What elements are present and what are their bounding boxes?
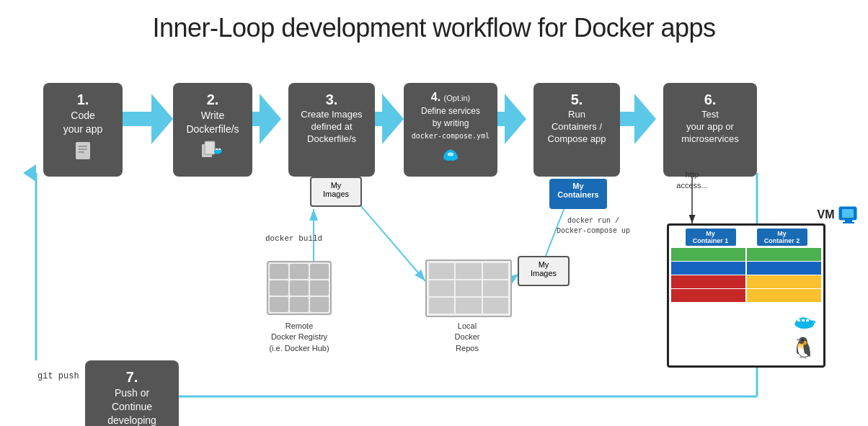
http-access-label: http access... [670,169,714,192]
page-title: Inner-Loop development workflow for Dock… [0,0,868,50]
svg-rect-30 [797,319,800,321]
step6-label: Testyour app ormicroservices [681,109,738,144]
step7-label: Push or Continue developing [107,387,156,426]
step7-box: 7. Push or Continue developing [85,360,179,426]
docker-icon-vm [793,313,816,335]
linux-icon: 🐧 [791,336,816,360]
step2-box: 2. WriteDockerfile/s [173,83,252,177]
http-access-text: http access... [676,170,707,190]
step2-label: WriteDockerfile/s [186,110,239,135]
local-repos-visual [425,259,512,317]
docker-build-label: docker build [265,234,322,243]
step1-box: 1. Codeyour app [43,83,123,177]
step5-box: 5. RunContainers /Compose app [533,83,620,177]
diagram-area: 1. Codeyour app 2. WriteDockerfile/s [0,50,868,418]
step7-number: 7. [91,368,173,386]
svg-rect-31 [802,319,805,321]
svg-rect-27 [842,209,854,218]
step1-label: Codeyour app [63,110,102,135]
step5-label: RunContainers /Compose app [548,109,606,144]
step4-label: Define servicesby writingdocker-compose.… [412,106,490,141]
container-row-2 [670,262,822,275]
step6-number: 6. [669,90,751,109]
svg-rect-23 [216,148,218,150]
svg-line-6 [360,205,425,281]
step4-number: 4. (Opt.in) [409,90,492,105]
step1-icon [49,141,117,165]
step3-number: 3. [294,90,369,109]
step2-number: 2. [179,90,247,109]
step5-number: 5. [539,90,614,109]
page-wrapper: Inner-Loop development workflow for Dock… [0,0,868,418]
local-repos-label: Local Docker Repos [424,321,510,354]
remote-registry-label: Remote Docker Registry (i.e. Docker Hub) [245,321,353,354]
svg-marker-0 [121,94,173,144]
step2-icon [179,141,247,164]
step1-number: 1. [49,90,117,109]
svg-rect-32 [806,319,809,321]
svg-rect-22 [205,141,215,154]
container-row-3 [670,275,822,288]
svg-rect-24 [218,148,221,150]
step6-box: 6. Testyour app ormicroservices [663,83,757,177]
docker-run-text: docker run / Docker-compose up [557,217,630,235]
my-containers-box: My Containers [549,179,607,209]
my-images-top-label: My Images [317,181,355,198]
step3-label: Create Imagesdefined atDockerfile/s [301,109,362,144]
vm-label: VM [818,205,859,226]
container-row-1 [670,248,822,261]
svg-point-25 [448,153,454,156]
remote-registry-text: Remote Docker Registry (i.e. Docker Hub) [269,321,329,352]
vm-box: VM MyContainer 1 MyContainer 2 [667,223,825,368]
git-push-label: git push [37,371,79,381]
registry-visual [256,259,342,317]
docker-run-label: docker run / Docker-compose up [554,216,633,236]
step3-box: 3. Create Imagesdefined atDockerfile/s [288,83,375,177]
my-images-bottom: My Images [518,256,570,286]
my-images-bottom-label: My Images [525,260,562,278]
git-push-text: git push [37,371,79,381]
svg-rect-29 [843,222,854,223]
svg-rect-17 [76,142,90,159]
svg-rect-28 [845,220,852,222]
step4-box: 4. (Opt.in) Define servicesby writingdoc… [404,83,497,177]
container-row-4 [670,289,822,302]
container-labels-row: MyContainer 1 MyContainer 2 [669,226,823,247]
my-containers-label: My Containers [555,182,601,199]
step4-icon [409,146,492,167]
my-images-top: My Images [310,177,362,207]
docker-build-text: docker build [265,234,322,243]
